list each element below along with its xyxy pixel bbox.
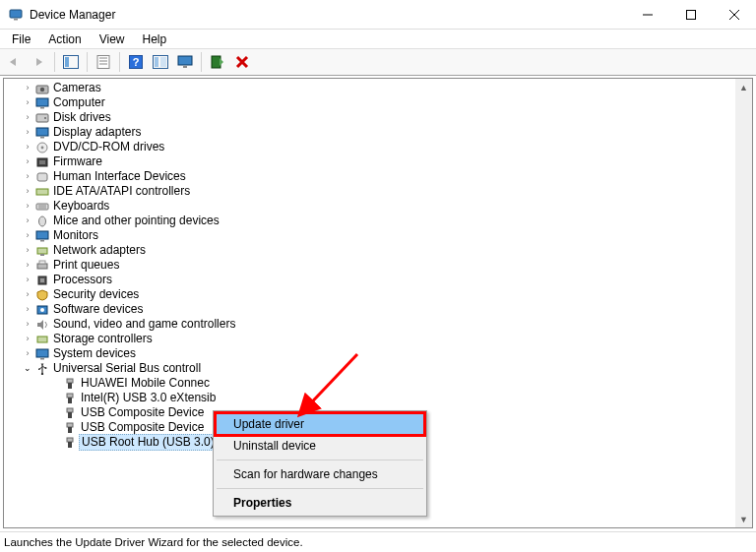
svg-point-23 bbox=[40, 87, 44, 91]
expand-icon-closed[interactable]: › bbox=[22, 287, 33, 302]
svg-point-49 bbox=[40, 308, 44, 312]
hid-icon bbox=[33, 170, 51, 184]
back-button bbox=[2, 51, 26, 73]
vertical-scrollbar[interactable]: ▲ ▼ bbox=[735, 79, 752, 527]
tree-item-usb-device-label: USB Composite Device bbox=[79, 405, 206, 420]
tree-category[interactable]: ›Print queues bbox=[4, 258, 735, 273]
tree-category-usb[interactable]: ⌄Universal Serial Bus controll bbox=[4, 361, 735, 376]
uninstall-button[interactable] bbox=[230, 51, 254, 73]
tree-category-usb-label: Universal Serial Bus controll bbox=[51, 361, 203, 376]
context-menu-item[interactable]: Properties bbox=[216, 492, 424, 514]
toolbar-separator bbox=[119, 52, 120, 72]
context-menu-item-label: Properties bbox=[233, 496, 291, 510]
storage-icon bbox=[33, 333, 51, 346]
context-menu-item[interactable]: Uninstall device bbox=[216, 435, 424, 457]
tree-category[interactable]: ›Security devices bbox=[4, 287, 735, 302]
maximize-button[interactable] bbox=[669, 0, 713, 29]
display-icon bbox=[33, 126, 51, 140]
expand-icon-closed[interactable]: › bbox=[22, 154, 33, 169]
tree-category[interactable]: ›Monitors bbox=[4, 228, 735, 243]
tree-category[interactable]: ›Disk drives bbox=[4, 110, 735, 125]
tree-category[interactable]: ›Keyboards bbox=[4, 199, 735, 214]
tree-category[interactable]: ›Sound, video and game controllers bbox=[4, 317, 735, 332]
tree-category[interactable]: ›Cameras bbox=[4, 81, 735, 95]
svg-rect-17 bbox=[178, 56, 192, 65]
help-button[interactable]: ? bbox=[124, 51, 148, 73]
svg-rect-1 bbox=[14, 19, 18, 21]
context-menu-item-label: Uninstall device bbox=[233, 439, 316, 453]
context-menu-item[interactable]: Scan for hardware changes bbox=[216, 463, 424, 485]
expand-icon-closed[interactable]: › bbox=[22, 214, 33, 228]
tree-item-usb-device[interactable]: Intel(R) USB 3.0 eXtensib bbox=[4, 391, 735, 405]
minimize-button[interactable] bbox=[626, 0, 669, 29]
expand-icon-closed[interactable]: › bbox=[22, 199, 33, 214]
tree-category[interactable]: ›Network adapters bbox=[4, 243, 735, 258]
tree-category[interactable]: ›Human Interface Devices bbox=[4, 169, 735, 184]
disk-icon bbox=[33, 111, 51, 125]
menu-view[interactable]: View bbox=[92, 31, 133, 47]
expand-icon-closed[interactable]: › bbox=[22, 81, 33, 95]
svg-rect-25 bbox=[40, 107, 44, 109]
tree-category[interactable]: ›Mice and other pointing devices bbox=[4, 214, 735, 228]
svg-rect-34 bbox=[37, 173, 47, 181]
tree-category[interactable]: ›Software devices bbox=[4, 302, 735, 317]
expand-icon-closed[interactable]: › bbox=[22, 228, 33, 243]
tree-category[interactable]: ›Firmware bbox=[4, 154, 735, 169]
expand-icon-closed[interactable]: › bbox=[22, 258, 33, 273]
properties-button[interactable] bbox=[92, 51, 115, 73]
expand-icon-closed[interactable]: › bbox=[22, 332, 33, 346]
close-button[interactable] bbox=[713, 0, 756, 29]
svg-line-4 bbox=[729, 10, 739, 20]
show-hide-console-tree-button[interactable] bbox=[59, 51, 83, 73]
svg-point-27 bbox=[44, 117, 46, 119]
context-menu: Update driverUninstall deviceScan for ha… bbox=[213, 410, 427, 517]
tree-category-label: Monitors bbox=[51, 228, 100, 243]
usb-icon bbox=[33, 362, 51, 376]
tree-item-usb-device[interactable]: HUAWEI Mobile Connec bbox=[4, 376, 735, 391]
tree-category[interactable]: ›Storage controllers bbox=[4, 332, 735, 346]
system-icon bbox=[33, 347, 51, 361]
expand-icon-closed[interactable]: › bbox=[22, 346, 33, 361]
expand-icon-closed[interactable]: › bbox=[22, 273, 33, 287]
svg-rect-40 bbox=[36, 231, 48, 239]
tree-category-label: Computer bbox=[51, 95, 107, 110]
usb-device-icon bbox=[61, 377, 79, 391]
expand-icon-closed[interactable]: › bbox=[22, 243, 33, 258]
menu-help[interactable]: Help bbox=[135, 31, 175, 47]
show-monitor-button[interactable] bbox=[173, 51, 197, 73]
svg-rect-26 bbox=[36, 114, 48, 122]
svg-rect-28 bbox=[36, 128, 48, 136]
tree-category[interactable]: ›Computer bbox=[4, 95, 735, 110]
context-menu-item[interactable]: Update driver bbox=[216, 413, 424, 435]
tree-category[interactable]: ›IDE ATA/ATAPI controllers bbox=[4, 184, 735, 199]
expand-icon-closed[interactable]: › bbox=[22, 317, 33, 332]
scroll-up-button[interactable]: ▲ bbox=[735, 79, 752, 95]
tree-category-label: Mice and other pointing devices bbox=[51, 214, 221, 228]
expand-icon-closed[interactable]: › bbox=[22, 125, 33, 140]
tree-category[interactable]: ›DVD/CD-ROM drives bbox=[4, 140, 735, 154]
dvd-icon bbox=[33, 141, 51, 154]
expand-icon-closed[interactable]: › bbox=[22, 95, 33, 110]
expand-icon-closed[interactable]: › bbox=[22, 110, 33, 125]
scan-hardware-button[interactable] bbox=[206, 51, 229, 73]
tree-category-label: Cameras bbox=[51, 81, 103, 95]
svg-rect-35 bbox=[36, 189, 48, 195]
ide-icon bbox=[33, 185, 51, 199]
tree-category[interactable]: ›Processors bbox=[4, 273, 735, 287]
expand-icon-closed[interactable]: › bbox=[22, 140, 33, 154]
svg-rect-36 bbox=[36, 204, 48, 210]
tree-category[interactable]: ›Display adapters bbox=[4, 125, 735, 140]
show-all-button[interactable] bbox=[149, 51, 172, 73]
tree-category-label: Firmware bbox=[51, 154, 104, 169]
tree-category[interactable]: ›System devices bbox=[4, 346, 735, 361]
tree-category-label: Processors bbox=[51, 273, 114, 287]
network-icon bbox=[33, 244, 51, 258]
expand-icon-open[interactable]: ⌄ bbox=[22, 361, 33, 376]
expand-icon-closed[interactable]: › bbox=[22, 169, 33, 184]
svg-rect-24 bbox=[36, 98, 48, 106]
menu-action[interactable]: Action bbox=[40, 31, 89, 47]
scroll-down-button[interactable]: ▼ bbox=[735, 511, 752, 527]
expand-icon-closed[interactable]: › bbox=[22, 184, 33, 199]
expand-icon-closed[interactable]: › bbox=[22, 302, 33, 317]
menu-file[interactable]: File bbox=[4, 31, 38, 47]
